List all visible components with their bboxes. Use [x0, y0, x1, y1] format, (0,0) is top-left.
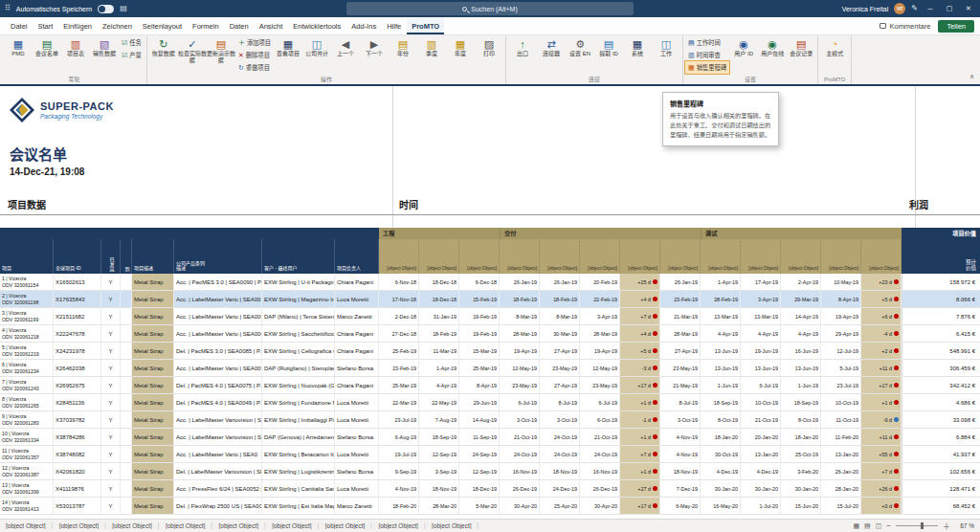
cell-date[interactable]: +4 d — [620, 325, 660, 342]
table-row[interactable]: 1 | Vicenza ODV 320061154 X16502613 Y Me… — [0, 274, 980, 291]
cell-description[interactable]: Metal Strap — [132, 394, 174, 410]
cell-date[interactable]: 8-Oct-19 — [701, 411, 741, 428]
cell-product[interactable]: Del. | LabelMaster Variovision | SEA0 — [174, 463, 262, 479]
cell-product[interactable]: Acc. | LabelMaster Vario | SEA0090 | — [174, 360, 262, 376]
cell-date[interactable]: 3-Apr-19 — [580, 308, 620, 324]
cell-global-id[interactable]: X38748082 — [54, 446, 101, 462]
ribbon-button[interactable]: ▧ 销售数据 — [90, 36, 119, 75]
cell-product[interactable]: Del. | PacMES 4.0 | SEA0075 | P.89 — [174, 377, 262, 393]
cell-product[interactable]: Del. | PacMES 4.0 | SEA0049 | P.72 — [174, 394, 262, 410]
ribbon-button[interactable]: ＋ 添加项目 — [235, 36, 274, 49]
cell-date[interactable]: 15-Feb-19 — [459, 291, 500, 307]
cell-product[interactable]: Del. | FlexWrap 2500 US | SEA0030 — [174, 498, 262, 514]
cell-value[interactable]: 6.884 € — [902, 429, 980, 445]
cell-date[interactable]: 4-Apr-19 — [419, 377, 459, 393]
cell-date[interactable]: 22-Mar-19 — [379, 394, 419, 410]
cell-product[interactable]: Acc. | LabelMaster Variovision | SEA0064 — [174, 429, 262, 445]
save-icon[interactable]: ▤ — [120, 5, 127, 12]
cell-date[interactable]: 25-Apr-20 — [540, 498, 580, 514]
ribbon-button[interactable]: ▤ 工作时间 — [685, 36, 729, 49]
menu-tab[interactable]: Add-Ins — [346, 18, 381, 34]
cell-project[interactable]: 10 | Vicenza ODV 320061334 — [0, 429, 54, 445]
zoom-slider[interactable] — [896, 525, 938, 526]
share-button[interactable]: Teilen — [938, 20, 974, 33]
cell-date[interactable]: 8-Jul-19 — [540, 394, 580, 410]
minimize-button[interactable]: ─ — [924, 6, 937, 12]
cell-date[interactable]: 7-Dec-19 — [660, 480, 701, 497]
cell-date[interactable]: 13-Jun-19 — [741, 360, 781, 376]
cell-date[interactable]: 18-Feb-20 — [379, 498, 419, 514]
cell-value[interactable]: 102.656 € — [902, 463, 980, 479]
cell-global-id[interactable]: X41119876 — [54, 480, 101, 497]
cell-date[interactable]: 3-Oct-19 — [540, 411, 580, 428]
cell-manager[interactable]: Luca Moretti — [335, 480, 379, 497]
ribbon-button[interactable]: ☑ 任务 — [119, 36, 145, 49]
cell-customer[interactable]: EXW Stirling | U-it Packaging Co — [262, 274, 335, 290]
cell-manager[interactable]: Chiara Pagani — [335, 343, 379, 359]
cell-project[interactable]: 2 | Vicenza ODV 320061198 — [0, 291, 54, 307]
cell-date[interactable]: 18-Sep-19 — [781, 394, 821, 410]
cell-date[interactable]: 29-Mar-19 — [781, 291, 821, 307]
cell-date[interactable]: 22-Feb-19 — [580, 291, 620, 307]
cell-date[interactable]: 27-Apr-19 — [540, 343, 580, 359]
cell-to[interactable] — [121, 429, 132, 445]
cell-date[interactable]: 30-Jan-20 — [741, 480, 781, 497]
cell-date[interactable]: 28-Mar-19 — [660, 325, 701, 342]
cell-manager[interactable]: Chiara Pagani — [335, 274, 379, 290]
cell-value[interactable]: 68.452 € — [902, 498, 980, 514]
cell-date[interactable]: +11 d — [861, 429, 902, 445]
table-row[interactable]: 10 | Vicenza ODV 320061334 X38784286 Y M… — [0, 429, 980, 446]
cell-date[interactable]: 6-Oct-19 — [580, 411, 620, 428]
cell-to[interactable] — [121, 498, 132, 514]
table-row[interactable]: 3 | Vicenza ODV 320061199 X21511682 Y Me… — [0, 308, 980, 325]
cell-shipped[interactable]: Y — [101, 463, 121, 479]
ribbon-button[interactable]: ◫ 公司共计 — [302, 36, 331, 75]
cell-global-id[interactable]: X37039782 — [54, 411, 101, 428]
cell-date[interactable]: -4 d — [861, 325, 902, 342]
cell-customer[interactable]: DAP (Milano) | Tema Sistemi — [262, 308, 335, 324]
cell-customer[interactable]: EXW Stirling | Nuovopak (Gen — [262, 377, 335, 393]
cell-date[interactable]: 6-Jul-19 — [580, 394, 620, 410]
cell-to[interactable] — [121, 343, 132, 359]
cell-date[interactable]: 29-Apr-19 — [821, 325, 861, 342]
ribbon-button[interactable]: ⇄ 连接器 — [537, 36, 566, 75]
cell-value[interactable]: 548.991 € — [902, 343, 980, 359]
ribbon-button[interactable]: ↑ 出口 — [508, 36, 537, 75]
cell-date[interactable]: 18-Feb-19 — [540, 291, 580, 307]
app-launcher-icon[interactable]: ⠿ — [5, 5, 11, 12]
cell-date[interactable]: 24-Sep-19 — [459, 446, 500, 462]
ribbon-button[interactable]: ▥ 时间审查 — [685, 49, 729, 61]
cell-date[interactable]: 8-Mar-19 — [540, 308, 580, 324]
cell-date[interactable]: 10-May-19 — [821, 274, 861, 290]
cell-date[interactable]: +5 d — [861, 291, 902, 307]
cell-global-id[interactable]: X24231978 — [54, 343, 101, 359]
cell-value[interactable]: 158.972 € — [902, 274, 980, 290]
cell-to[interactable] — [121, 360, 132, 376]
cell-date[interactable]: 25-Oct-19 — [781, 446, 821, 462]
cell-project[interactable]: 3 | Vicenza ODV 320061199 — [0, 308, 54, 324]
cell-customer[interactable]: EXW Stirling | Magazzino Imbo — [262, 291, 335, 307]
cell-date[interactable]: +5 d — [620, 343, 660, 359]
cell-shipped[interactable]: Y — [101, 429, 121, 445]
menu-tab[interactable]: Hilfe — [382, 18, 406, 34]
cell-date[interactable]: 23-May-19 — [540, 360, 580, 376]
cell-date[interactable]: 17-Nov-18 — [379, 291, 419, 307]
cell-value[interactable]: 342.412 € — [902, 377, 980, 393]
cell-date[interactable]: +11 d — [861, 360, 902, 376]
cell-date[interactable]: 14-Aug-19 — [459, 411, 500, 428]
cell-to[interactable] — [121, 446, 132, 462]
cell-product[interactable]: Acc. | PressFlex 6/24 | SEA0052 | P. — [174, 480, 262, 497]
cell-date[interactable]: 22-May-19 — [419, 394, 459, 410]
cell-date[interactable]: 9-Sep-19 — [379, 463, 419, 479]
view-layout-icon[interactable]: ▤ — [864, 522, 871, 530]
cell-date[interactable]: 26-Dec-19 — [500, 480, 540, 497]
cell-customer[interactable]: EXW Stirling | Cartitalia San Gio — [262, 480, 335, 497]
cell-date[interactable]: 15-Jul-20 — [821, 498, 861, 514]
cell-date[interactable]: 23-Jul-19 — [821, 377, 861, 393]
cell-global-id[interactable]: X26462038 — [54, 360, 101, 376]
cell-product[interactable]: Del. | PacMES 3.0 | SEA0085 | P.76 — [174, 343, 262, 359]
cell-global-id[interactable]: X28451136 — [54, 394, 101, 410]
cell-date[interactable]: 13-Jun-19 — [781, 360, 821, 376]
cell-project[interactable]: 7 | Vicenza ODV 320061243 — [0, 377, 54, 393]
cell-date[interactable]: 5-Mar-20 — [459, 498, 500, 514]
